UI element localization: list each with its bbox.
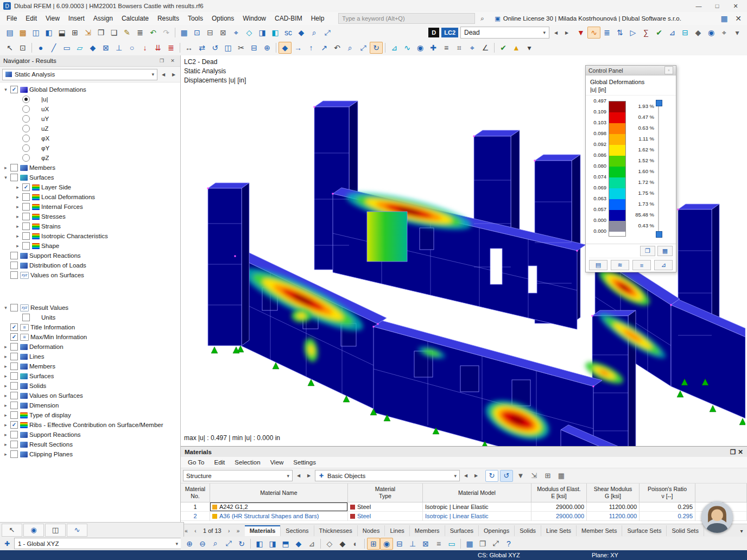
cell-material-no[interactable]: 2: [181, 512, 210, 521]
tab-line-sets[interactable]: Line Sets: [541, 525, 577, 536]
next-load-case-icon[interactable]: ▶: [562, 27, 571, 39]
next-filter-icon[interactable]: ▶: [305, 470, 313, 482]
materials-menu-selection[interactable]: Selection: [230, 458, 265, 467]
control-panel-title-bar[interactable]: Control Panel ▫: [586, 66, 676, 75]
cell-material-type[interactable]: Steel: [348, 502, 423, 512]
print-icon[interactable]: ⊞: [68, 27, 81, 39]
menu-insert[interactable]: Insert: [64, 13, 89, 24]
cell-material-model[interactable]: Isotropic | Linear Elastic: [423, 512, 531, 521]
objects-filter-select[interactable]: ✚ Basic Objects ▾: [315, 470, 460, 481]
render-solid-icon[interactable]: ◨: [256, 27, 269, 39]
cell-poisson-ratio[interactable]: 0.295: [640, 512, 695, 521]
close-icon[interactable]: ✕: [726, 1, 745, 12]
expand-arrow-icon[interactable]: [14, 194, 21, 200]
tree-item-toggle[interactable]: [10, 392, 18, 399]
model-viewport[interactable]: LC2 - DeadStatic AnalysisDisplacements |…: [181, 55, 747, 446]
menu-window[interactable]: Window: [238, 13, 270, 24]
display-settings-icon[interactable]: ⌖: [718, 27, 731, 39]
sep[interactable]: [175, 28, 175, 37]
new-line-icon[interactable]: ╱: [47, 42, 60, 54]
tree-item-toggle[interactable]: [10, 323, 18, 331]
sep[interactable]: [276, 43, 276, 53]
tab-nodes[interactable]: Nodes: [358, 525, 385, 536]
tree-item-toggle[interactable]: [10, 271, 18, 279]
minimize-icon[interactable]: —: [689, 1, 708, 12]
tree-layer-side[interactable]: Layer Side: [2, 182, 180, 192]
expand-arrow-icon[interactable]: [14, 184, 21, 190]
zoom-extents-icon[interactable]: ⤢: [321, 27, 334, 39]
perspective-icon[interactable]: ⊿: [305, 538, 318, 550]
new-member-icon[interactable]: ▭: [60, 42, 73, 54]
expand-arrow-icon[interactable]: [2, 432, 9, 437]
display-objects-icon[interactable]: ◆: [692, 27, 705, 39]
view-x-icon[interactable]: →: [292, 42, 305, 54]
tree-item-toggle[interactable]: [22, 222, 30, 230]
calculation-check-icon[interactable]: ✔: [497, 42, 510, 54]
tree-item-toggle[interactable]: [10, 304, 18, 311]
zoom-in-icon[interactable]: ⊕: [183, 538, 196, 550]
tree-item-toggle[interactable]: [10, 333, 18, 341]
hinge-icon[interactable]: ○: [125, 42, 138, 54]
expand-arrow-icon[interactable]: [2, 412, 9, 418]
expand-arrow-icon[interactable]: [2, 393, 9, 398]
expand-arrow-icon[interactable]: [2, 87, 9, 92]
tree-item-toggle[interactable]: [22, 125, 30, 132]
render-wire-icon[interactable]: ◧: [269, 27, 282, 39]
design-situation-chip[interactable]: D: [428, 28, 439, 37]
column-header[interactable]: Material Name: [210, 483, 348, 502]
table-export-icon[interactable]: ⇲: [528, 470, 540, 481]
member-load-icon[interactable]: ⇊: [151, 42, 164, 54]
cell-modulus-e[interactable]: 29000.000: [531, 512, 587, 521]
structure-filter-select[interactable]: Structure ▾: [183, 470, 293, 481]
menu-assign[interactable]: Assign: [89, 13, 117, 24]
table-edit-icon[interactable]: ⊡: [191, 27, 204, 39]
expand-arrow-icon[interactable]: [2, 364, 9, 369]
result-table-icon[interactable]: ≣: [600, 27, 613, 39]
tree-type-of-display[interactable]: Type of display: [2, 410, 180, 420]
select-window-icon[interactable]: ⊡: [16, 42, 29, 54]
undo-icon[interactable]: ↶: [147, 27, 160, 39]
tree-uz[interactable]: uZ: [2, 124, 180, 133]
sep[interactable]: [320, 539, 321, 549]
new-opening-icon[interactable]: ⊠: [99, 42, 112, 54]
tree-strains[interactable]: Strains: [2, 221, 180, 231]
tree-item-toggle[interactable]: [22, 203, 30, 211]
analysis-type-select[interactable]: Static Analysis ▾: [2, 69, 157, 80]
show-results-icon[interactable]: ∿: [587, 27, 600, 39]
scale-min-handle[interactable]: [656, 231, 662, 238]
tree-item-toggle[interactable]: [10, 86, 18, 93]
snap-perp-icon[interactable]: ⊥: [406, 538, 419, 550]
tree-phix[interactable]: φX: [2, 133, 180, 143]
paste-icon[interactable]: ❏: [107, 27, 121, 39]
sc-display-icon[interactable]: sc: [282, 27, 295, 39]
column-header[interactable]: Modulus of Elast. E [ksi]: [531, 483, 587, 502]
table-row[interactable]: 2 A36 (HR Structural Shapes and Bars) St…: [181, 512, 747, 521]
tree-stresses[interactable]: Stresses: [2, 212, 180, 221]
select-mode-icon[interactable]: ↖: [2, 524, 22, 537]
visibility-modes-icon[interactable]: ◉: [705, 27, 718, 39]
close-table-icon[interactable]: ✕: [738, 448, 743, 456]
column-header[interactable]: Shear Modulus G [ksi]: [587, 483, 640, 502]
tree-item-toggle[interactable]: [10, 450, 18, 458]
section-icon[interactable]: ∿: [401, 42, 414, 54]
tree-members[interactable]: Members: [2, 163, 180, 173]
tree-solids[interactable]: Solids: [2, 381, 180, 391]
sync-selection-icon[interactable]: ↻: [485, 470, 498, 482]
materials-title-bar[interactable]: Materials ❐ ✕: [181, 447, 747, 457]
grid-toggle-icon[interactable]: ⊠: [217, 27, 230, 39]
view-z-icon[interactable]: ↗: [318, 42, 331, 54]
expand-arrow-icon[interactable]: [2, 403, 9, 408]
divide-icon[interactable]: ⊟: [248, 42, 261, 54]
rulers-icon[interactable]: ⊟: [204, 27, 217, 39]
column-header[interactable]: [695, 483, 747, 502]
tables-icon[interactable]: ≣: [134, 27, 147, 39]
tree-maxmin-information[interactable]: Max/Min Information: [2, 332, 180, 342]
zoom-window-icon[interactable]: ⌕: [308, 27, 321, 39]
render-transparent-icon[interactable]: ◐: [349, 538, 362, 550]
view-y-icon[interactable]: ↑: [305, 42, 318, 54]
menu-calculate[interactable]: Calculate: [117, 13, 153, 24]
expand-arrow-icon[interactable]: [2, 451, 9, 457]
tab-materials[interactable]: Materials: [245, 525, 281, 536]
render-wire-icon[interactable]: ◇: [323, 538, 336, 550]
sep[interactable]: [494, 43, 495, 53]
